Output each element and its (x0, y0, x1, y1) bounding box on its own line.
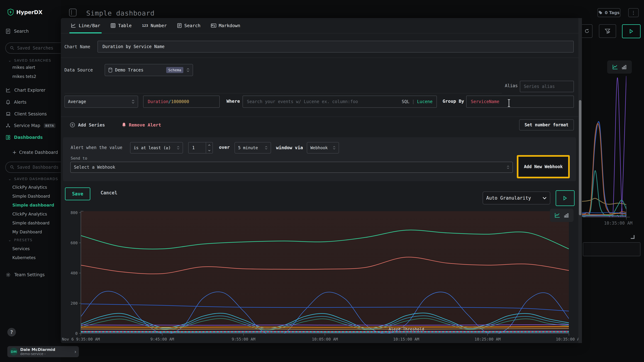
sidebar-item-alerts[interactable]: Alerts (6, 100, 26, 105)
remove-alert-button[interactable]: Remove Alert (122, 122, 161, 128)
divider (64, 93, 502, 93)
sql-toggle[interactable]: SQL (402, 99, 409, 104)
data-source-select[interactable]: Demo Traces Schema (105, 64, 193, 76)
alert-channel-select[interactable]: Webhook (307, 142, 339, 154)
alert-operator-select[interactable]: is at least (≥) (130, 142, 183, 154)
group-by-input[interactable]: ServiceName (466, 96, 574, 108)
bar-chart-icon (564, 213, 569, 218)
saved-search-item[interactable]: mikes alert (12, 65, 36, 70)
field-expression-input[interactable]: Duration/1000000 (143, 96, 220, 108)
saved-dashboard-item[interactable]: Simple dashboard (12, 203, 54, 207)
chevron-down-icon: ⌄ (8, 238, 12, 242)
avatar: DM (10, 348, 18, 356)
schema-badge: Schema (166, 67, 183, 73)
modal-chart-type-toggle[interactable] (550, 209, 574, 222)
123-icon: 123 (142, 23, 148, 27)
data-source-label: Data Source (64, 68, 93, 73)
sidebar-collapse-icon[interactable] (69, 8, 76, 16)
add-series-button[interactable]: Add Series (70, 122, 105, 128)
aggregation-select[interactable]: Average (64, 96, 138, 108)
create-dashboard-button[interactable]: + Create Dashboard (12, 149, 58, 155)
background-chart-type-toggle[interactable] (607, 60, 632, 74)
preset-item[interactable]: Kubernetes (12, 255, 36, 260)
window-via-label: window via (276, 145, 303, 150)
alert-window-select[interactable]: 5 minute (234, 142, 271, 154)
table-icon (110, 23, 116, 28)
brand-name: HyperDX (16, 9, 42, 15)
tab-search[interactable]: Search (177, 18, 200, 33)
saved-dashboards-header[interactable]: ⌄ SAVED DASHBOARDS (8, 177, 60, 181)
alert-value-input[interactable]: 1 (188, 142, 213, 154)
sidebar-item-team-settings[interactable]: Team Settings (6, 272, 45, 277)
sidebar-item-client-sessions[interactable]: Client Sessions (6, 112, 47, 117)
filter-button[interactable] (599, 24, 616, 38)
refresh-button[interactable] (582, 24, 592, 38)
saved-searches-header[interactable]: ⌄ SAVED SEARCHES (8, 58, 51, 62)
y-tick-label: 800 (70, 210, 78, 215)
send-to-label: Send to (71, 156, 87, 161)
tab-table[interactable]: Table (110, 18, 132, 33)
saved-dashboard-item[interactable]: My Dashboard (12, 230, 54, 234)
sidebar-item-search[interactable]: Search (6, 29, 28, 34)
saved-search-item[interactable]: mikes tets2 (12, 74, 36, 79)
line-chart-icon (554, 212, 560, 218)
saved-dashboard-item[interactable]: ClickPy Analytics (12, 212, 54, 216)
saved-dashboard-item[interactable]: Simple dashboard (12, 221, 54, 225)
sidebar-item-dashboards[interactable]: Dashboards (6, 135, 43, 140)
saved-search-list: mikes alertmikes tets2 (12, 65, 36, 79)
chevron-down-icon: ⌄ (8, 177, 12, 181)
plus-circle-icon (70, 122, 75, 128)
tab-line-bar[interactable]: Line/Bar (71, 18, 100, 33)
alias-input[interactable]: Series alias (520, 81, 574, 92)
select-chevrons-icon (265, 146, 268, 150)
line-chart-icon (612, 64, 618, 70)
x-tick-label: 9:55:00 AM (232, 337, 255, 342)
kebab-menu-button[interactable]: ⋮ (628, 8, 639, 17)
plus-icon: + (12, 149, 16, 155)
modal-scrollbar-thumb[interactable] (579, 100, 582, 215)
run-query-button-background[interactable] (622, 24, 640, 38)
lucene-toggle[interactable]: Lucene (417, 99, 432, 104)
bell-icon (6, 100, 10, 105)
magnifier-icon (10, 165, 14, 169)
sidebar-item-chart-explorer[interactable]: Chart Explorer (6, 88, 46, 93)
cancel-button[interactable]: Cancel (100, 190, 117, 195)
chart-name-input[interactable]: Duration by Service Name (98, 41, 574, 52)
webhook-select[interactable]: Select a Webhook (70, 162, 513, 173)
save-button[interactable]: Save (65, 187, 90, 200)
x-tick-label: Nov 6 9:35:00 AM (62, 337, 100, 342)
page-title[interactable]: Simple dashboard (86, 9, 154, 17)
preset-item[interactable]: Services (12, 246, 36, 251)
saved-dashboard-item[interactable]: Simple Dashboard (12, 194, 54, 198)
expression-token: 1000000 (171, 99, 189, 104)
tab-number[interactable]: 123Number (142, 18, 167, 33)
hyperdx-logo-icon (7, 8, 14, 16)
brand[interactable]: HyperDX (7, 8, 42, 16)
run-preview-button[interactable] (556, 190, 574, 206)
chevron-down-icon (542, 197, 547, 199)
x-tick-label: 10:35:00 AM (556, 337, 578, 342)
search-doc-icon (6, 29, 10, 34)
number-spinner[interactable] (206, 142, 212, 153)
y-tick-label: 400 (70, 271, 78, 275)
chevron-right-icon: › (74, 349, 76, 355)
md-icon (211, 23, 216, 28)
sidebar-item-service-map[interactable]: Service Map BETA (6, 123, 56, 128)
help-button[interactable]: ? (7, 328, 16, 337)
bar-chart-icon (622, 64, 627, 70)
presets-header[interactable]: ⌄ PRESETS (8, 238, 32, 242)
database-icon (108, 68, 112, 73)
resize-handle-icon[interactable] (631, 235, 634, 239)
tags-button[interactable]: 0 Tags (598, 8, 620, 17)
set-number-format-button[interactable]: Set number format (519, 119, 574, 130)
user-menu[interactable]: DM Dale McDiarmid demo-service - › (7, 346, 79, 357)
granularity-select[interactable]: Auto Granularity (483, 191, 550, 204)
line-icon (71, 23, 76, 28)
saved-dashboard-item[interactable]: ClickPy Analytics (12, 185, 54, 189)
magnifier-icon (10, 46, 14, 50)
y-tick-label: 200 (70, 301, 78, 306)
tab-markdown[interactable]: Markdown (211, 18, 240, 33)
where-search-input[interactable]: Search your events w/ Lucene ex. column:… (242, 96, 437, 108)
over-label: over (219, 145, 230, 150)
add-new-webhook-button[interactable]: Add New Webhook (524, 164, 563, 169)
